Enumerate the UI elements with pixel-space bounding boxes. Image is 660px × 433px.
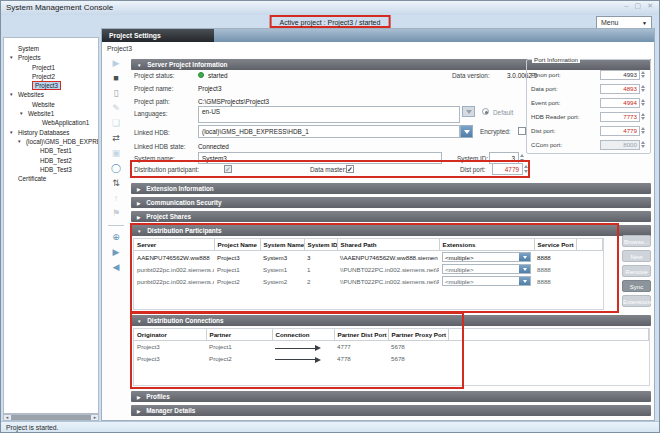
default-radio[interactable] (482, 108, 489, 115)
tree-horizontal-scrollbar[interactable]: ◂ ▸ (3, 414, 99, 421)
tree-expander-icon[interactable]: ▼ (17, 137, 21, 146)
feedback-icon[interactable]: ❏ (102, 116, 130, 131)
scrollbar-thumb[interactable] (11, 415, 91, 420)
languages-listbox[interactable]: en-US (198, 106, 460, 123)
languages-dropdown-button[interactable] (462, 106, 475, 117)
section-header-project-shares[interactable]: ▶ Project Shares (131, 211, 651, 222)
close-icon[interactable]: ✕ (647, 2, 653, 10)
dist-port-spinner[interactable] (524, 163, 531, 175)
column-header-extensions[interactable]: Extensions (439, 239, 534, 251)
tab-project-settings[interactable]: Project Settings (102, 29, 214, 42)
tree-expander-icon[interactable]: ▼ (9, 90, 13, 99)
column-header-connection[interactable]: Connection (272, 329, 334, 341)
section-header-extension-information[interactable]: ▶ Extension Information (131, 183, 651, 194)
table-row[interactable]: Project3Project247785678 (134, 353, 649, 365)
tree-item-project1[interactable]: Project1 (4, 63, 98, 72)
column-header-originator[interactable]: Originator (134, 329, 206, 341)
window-title: System Management Console (6, 3, 113, 12)
port-value-input[interactable]: 4994 (600, 98, 640, 108)
table-row[interactable]: punbt022pc.in002.siemens.netProject2Syst… (134, 275, 603, 287)
tree-item-hdb-test2[interactable]: HDB_Test2 (4, 156, 98, 165)
dist-port-input[interactable]: 4779 (492, 163, 523, 175)
maximize-icon[interactable]: ▢ (635, 2, 642, 10)
port-spinner[interactable] (641, 112, 648, 122)
tree-expander-icon[interactable]: ▼ (9, 53, 13, 62)
section-header-distribution-connections[interactable]: ▼ Distribution Connections (131, 315, 651, 326)
system-id-label: System ID: (457, 155, 488, 162)
column-header-server[interactable]: Server (134, 239, 214, 251)
link-hdb-icon[interactable]: ⇄ (102, 131, 130, 146)
section-header-distribution-participants[interactable]: ▼ Distribution Participants (131, 225, 651, 236)
tree-item-history-databases[interactable]: ▼History Databases (4, 128, 98, 137)
share-icon[interactable]: ⇅ (102, 176, 130, 191)
upgrade-icon[interactable]: ↑ (102, 191, 130, 206)
column-header-shared-path[interactable]: Shared Path (337, 239, 439, 251)
column-header-system-id[interactable]: System ID (304, 239, 337, 251)
project-subtab[interactable]: Project3 (102, 42, 654, 56)
minimize-icon[interactable]: – (625, 2, 629, 10)
port-spinner[interactable] (641, 98, 648, 108)
port-spinner[interactable] (641, 140, 648, 150)
linked-hdb-dropdown-button[interactable] (460, 125, 473, 138)
tree-item-hdb-test3[interactable]: HDB_Test3 (4, 165, 98, 174)
tree-item-webapplication1[interactable]: WebApplication1 (4, 118, 98, 127)
add-icon[interactable]: ⊕ (102, 230, 130, 245)
port-value-input[interactable]: 7773 (600, 112, 640, 122)
stop-circle-icon[interactable]: ◯ (102, 161, 130, 176)
back-icon[interactable]: ◀ (102, 260, 130, 275)
scroll-left-icon[interactable]: ◂ (4, 415, 10, 420)
port-value-input[interactable]: 8000 (600, 140, 640, 150)
tree-item-system[interactable]: System (4, 44, 98, 53)
tree-expander-icon[interactable]: ▼ (19, 109, 23, 118)
tree-item-projects[interactable]: ▼Projects (4, 53, 98, 62)
save-icon[interactable]: ▣ (102, 146, 130, 161)
extensions-dropdown[interactable]: <multiple> (442, 252, 531, 262)
table-row[interactable]: Project3Project147775678 (134, 341, 649, 353)
port-spinner[interactable] (641, 84, 648, 94)
encrypted-checkbox[interactable] (518, 127, 526, 135)
section-header-communication-security[interactable]: ▶ Communication Security (131, 197, 651, 208)
scroll-right-icon[interactable]: ▸ (92, 415, 98, 420)
new-project-icon[interactable]: ▯ (102, 86, 130, 101)
tree-item-websites[interactable]: ▼Websites (4, 90, 98, 99)
data-master-checkbox[interactable]: ✓ (346, 165, 354, 173)
column-header-service-port[interactable]: Service Port (534, 239, 576, 251)
linked-hdb-combo[interactable]: (local)\GMS_HDB_EXPRESS\HDB_1 (198, 125, 460, 138)
dropdown-button[interactable] (519, 277, 530, 285)
column-header-partner[interactable]: Partner (206, 329, 272, 341)
edit-icon[interactable]: ✎ (102, 101, 130, 116)
tree-item-hdb-test1[interactable]: HDB_Test1 (4, 146, 98, 155)
column-header-partner-dist-port[interactable]: Partner Dist Port (334, 329, 388, 341)
extensions-dropdown[interactable]: <multiple> (442, 276, 531, 286)
stop-project-icon[interactable]: ■ (102, 71, 130, 86)
column-header-system-name[interactable]: System Name (260, 239, 304, 251)
tree-expander-icon[interactable]: ▼ (9, 128, 13, 137)
tree-item-label: System (18, 45, 39, 52)
tree-item-website1[interactable]: ▼Website1 (4, 109, 98, 118)
dropdown-button[interactable] (519, 253, 530, 261)
tree-item-project3[interactable]: Project3 (4, 81, 98, 90)
tree-item-project2[interactable]: Project2 (4, 72, 98, 81)
port-spinner[interactable] (641, 70, 648, 80)
section-header-profiles[interactable]: ▶ Profiles (131, 391, 651, 402)
port-spinner[interactable] (641, 126, 648, 136)
tree-item-website[interactable]: Website (4, 100, 98, 109)
tree-item-certificate[interactable]: Certificate (4, 174, 98, 183)
sync-button[interactable]: Sync (622, 280, 651, 292)
run-icon[interactable]: ▶ (102, 245, 130, 260)
system-name-input[interactable]: System3 (198, 152, 442, 164)
flag-icon[interactable]: ⚑ (102, 206, 130, 221)
table-row[interactable]: AAENPU746562W.ww888Project3System33\\AAE… (134, 251, 603, 264)
dropdown-button[interactable] (519, 265, 530, 273)
section-header-manager-details[interactable]: ▶ Manager Details (131, 405, 651, 416)
column-header-project-name[interactable]: Project Name (214, 239, 260, 251)
table-row[interactable]: punbt022pc.in002.siemens.netProject1Syst… (134, 263, 603, 275)
port-value-input[interactable]: 4893 (600, 84, 640, 94)
column-header-partner-proxy-port[interactable]: Partner Proxy Port (388, 329, 448, 341)
distribution-participant-checkbox[interactable]: ✓ (224, 165, 232, 173)
port-value-input[interactable]: 4993 (600, 70, 640, 80)
extensions-dropdown[interactable]: <multiple> (442, 264, 531, 274)
tree-item-local-gms-hdb-expres[interactable]: ▼(local)\GMS_HDB_EXPRES (4, 137, 98, 146)
start-project-icon[interactable]: ▶ (102, 56, 130, 71)
port-value-input[interactable]: 4779 (600, 126, 640, 136)
